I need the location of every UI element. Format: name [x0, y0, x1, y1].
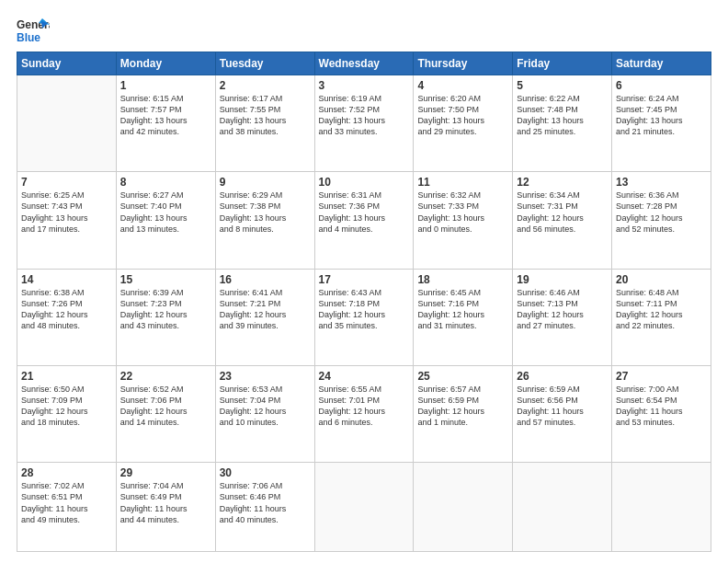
cell-info: Sunrise: 6:43 AM Sunset: 7:18 PM Dayligh…: [319, 287, 410, 332]
cell-info: Sunrise: 7:06 AM Sunset: 6:46 PM Dayligh…: [220, 480, 311, 525]
day-number: 2: [220, 79, 311, 92]
calendar-cell: [513, 463, 612, 552]
cell-info: Sunrise: 6:39 AM Sunset: 7:23 PM Dayligh…: [120, 287, 211, 332]
day-number: 10: [319, 176, 410, 189]
cell-info: Sunrise: 7:04 AM Sunset: 6:49 PM Dayligh…: [120, 480, 211, 525]
calendar-week-row: 14Sunrise: 6:38 AM Sunset: 7:26 PM Dayli…: [17, 269, 711, 365]
cell-info: Sunrise: 6:55 AM Sunset: 7:01 PM Dayligh…: [319, 384, 410, 429]
day-number: 26: [517, 370, 608, 383]
day-number: 28: [21, 466, 112, 479]
cell-info: Sunrise: 6:17 AM Sunset: 7:55 PM Dayligh…: [220, 93, 311, 138]
cell-info: Sunrise: 7:02 AM Sunset: 6:51 PM Dayligh…: [21, 480, 112, 525]
calendar-cell: 9Sunrise: 6:29 AM Sunset: 7:38 PM Daylig…: [215, 172, 314, 269]
cell-info: Sunrise: 6:27 AM Sunset: 7:40 PM Dayligh…: [120, 190, 211, 235]
cell-info: Sunrise: 6:46 AM Sunset: 7:13 PM Dayligh…: [517, 287, 608, 332]
calendar-cell: 26Sunrise: 6:59 AM Sunset: 6:56 PM Dayli…: [513, 365, 612, 462]
cell-info: Sunrise: 6:34 AM Sunset: 7:31 PM Dayligh…: [517, 190, 608, 235]
logo-icon: General Blue: [17, 17, 50, 44]
calendar-cell: 21Sunrise: 6:50 AM Sunset: 7:09 PM Dayli…: [17, 365, 117, 462]
cell-info: Sunrise: 6:57 AM Sunset: 6:59 PM Dayligh…: [417, 384, 508, 429]
calendar-cell: 25Sunrise: 6:57 AM Sunset: 6:59 PM Dayli…: [414, 365, 513, 462]
day-number: 11: [417, 176, 508, 189]
calendar-header-monday: Monday: [116, 52, 215, 75]
calendar-cell: 19Sunrise: 6:46 AM Sunset: 7:13 PM Dayli…: [513, 269, 612, 365]
calendar-cell: 16Sunrise: 6:41 AM Sunset: 7:21 PM Dayli…: [215, 269, 314, 365]
day-number: 27: [616, 370, 707, 383]
day-number: 22: [120, 370, 211, 383]
calendar-cell: 13Sunrise: 6:36 AM Sunset: 7:28 PM Dayli…: [612, 172, 711, 269]
calendar-table: SundayMondayTuesdayWednesdayThursdayFrid…: [17, 52, 711, 552]
calendar-cell: 3Sunrise: 6:19 AM Sunset: 7:52 PM Daylig…: [314, 75, 414, 172]
day-number: 7: [21, 176, 112, 189]
cell-info: Sunrise: 6:52 AM Sunset: 7:06 PM Dayligh…: [120, 384, 211, 429]
calendar-cell: 30Sunrise: 7:06 AM Sunset: 6:46 PM Dayli…: [215, 463, 314, 552]
header: General Blue: [17, 17, 711, 44]
calendar-cell: 7Sunrise: 6:25 AM Sunset: 7:43 PM Daylig…: [17, 172, 117, 269]
cell-info: Sunrise: 6:15 AM Sunset: 7:57 PM Dayligh…: [120, 93, 211, 138]
calendar-header-friday: Friday: [513, 52, 612, 75]
calendar-cell: [314, 463, 414, 552]
logo: General Blue: [17, 17, 50, 44]
calendar-week-row: 28Sunrise: 7:02 AM Sunset: 6:51 PM Dayli…: [17, 463, 711, 552]
calendar-cell: 5Sunrise: 6:22 AM Sunset: 7:48 PM Daylig…: [513, 75, 612, 172]
day-number: 24: [319, 370, 410, 383]
calendar-header-thursday: Thursday: [414, 52, 513, 75]
day-number: 5: [517, 79, 608, 92]
cell-info: Sunrise: 6:32 AM Sunset: 7:33 PM Dayligh…: [417, 190, 508, 235]
calendar-cell: 2Sunrise: 6:17 AM Sunset: 7:55 PM Daylig…: [215, 75, 314, 172]
cell-info: Sunrise: 6:29 AM Sunset: 7:38 PM Dayligh…: [220, 190, 311, 235]
calendar-cell: 15Sunrise: 6:39 AM Sunset: 7:23 PM Dayli…: [116, 269, 215, 365]
calendar-cell: 10Sunrise: 6:31 AM Sunset: 7:36 PM Dayli…: [314, 172, 414, 269]
calendar-cell: 17Sunrise: 6:43 AM Sunset: 7:18 PM Dayli…: [314, 269, 414, 365]
day-number: 13: [616, 176, 707, 189]
svg-text:Blue: Blue: [17, 31, 40, 44]
calendar-header-saturday: Saturday: [612, 52, 711, 75]
cell-info: Sunrise: 6:53 AM Sunset: 7:04 PM Dayligh…: [220, 384, 311, 429]
calendar-week-row: 7Sunrise: 6:25 AM Sunset: 7:43 PM Daylig…: [17, 172, 711, 269]
calendar-cell: 6Sunrise: 6:24 AM Sunset: 7:45 PM Daylig…: [612, 75, 711, 172]
day-number: 8: [120, 176, 211, 189]
calendar-cell: 4Sunrise: 6:20 AM Sunset: 7:50 PM Daylig…: [414, 75, 513, 172]
calendar-cell: 24Sunrise: 6:55 AM Sunset: 7:01 PM Dayli…: [314, 365, 414, 462]
calendar-cell: 20Sunrise: 6:48 AM Sunset: 7:11 PM Dayli…: [612, 269, 711, 365]
calendar-cell: 11Sunrise: 6:32 AM Sunset: 7:33 PM Dayli…: [414, 172, 513, 269]
cell-info: Sunrise: 6:38 AM Sunset: 7:26 PM Dayligh…: [21, 287, 112, 332]
calendar-week-row: 1Sunrise: 6:15 AM Sunset: 7:57 PM Daylig…: [17, 75, 711, 172]
day-number: 25: [417, 370, 508, 383]
cell-info: Sunrise: 6:24 AM Sunset: 7:45 PM Dayligh…: [616, 93, 707, 138]
day-number: 6: [616, 79, 707, 92]
day-number: 4: [417, 79, 508, 92]
cell-info: Sunrise: 6:41 AM Sunset: 7:21 PM Dayligh…: [220, 287, 311, 332]
day-number: 30: [220, 466, 311, 479]
cell-info: Sunrise: 6:25 AM Sunset: 7:43 PM Dayligh…: [21, 190, 112, 235]
calendar-cell: 23Sunrise: 6:53 AM Sunset: 7:04 PM Dayli…: [215, 365, 314, 462]
calendar-cell: 14Sunrise: 6:38 AM Sunset: 7:26 PM Dayli…: [17, 269, 117, 365]
calendar-cell: [17, 75, 117, 172]
calendar-header-sunday: Sunday: [17, 52, 117, 75]
calendar-week-row: 21Sunrise: 6:50 AM Sunset: 7:09 PM Dayli…: [17, 365, 711, 462]
cell-info: Sunrise: 6:22 AM Sunset: 7:48 PM Dayligh…: [517, 93, 608, 138]
day-number: 15: [120, 273, 211, 286]
cell-info: Sunrise: 7:00 AM Sunset: 6:54 PM Dayligh…: [616, 384, 707, 429]
calendar-header-row: SundayMondayTuesdayWednesdayThursdayFrid…: [17, 52, 711, 75]
calendar-cell: [414, 463, 513, 552]
day-number: 23: [220, 370, 311, 383]
cell-info: Sunrise: 6:19 AM Sunset: 7:52 PM Dayligh…: [319, 93, 410, 138]
calendar-cell: 8Sunrise: 6:27 AM Sunset: 7:40 PM Daylig…: [116, 172, 215, 269]
day-number: 12: [517, 176, 608, 189]
cell-info: Sunrise: 6:48 AM Sunset: 7:11 PM Dayligh…: [616, 287, 707, 332]
calendar-cell: 1Sunrise: 6:15 AM Sunset: 7:57 PM Daylig…: [116, 75, 215, 172]
calendar-cell: 28Sunrise: 7:02 AM Sunset: 6:51 PM Dayli…: [17, 463, 117, 552]
day-number: 16: [220, 273, 311, 286]
day-number: 20: [616, 273, 707, 286]
cell-info: Sunrise: 6:31 AM Sunset: 7:36 PM Dayligh…: [319, 190, 410, 235]
day-number: 19: [517, 273, 608, 286]
day-number: 17: [319, 273, 410, 286]
day-number: 18: [417, 273, 508, 286]
day-number: 1: [120, 79, 211, 92]
cell-info: Sunrise: 6:59 AM Sunset: 6:56 PM Dayligh…: [517, 384, 608, 429]
calendar-header-tuesday: Tuesday: [215, 52, 314, 75]
calendar-cell: 29Sunrise: 7:04 AM Sunset: 6:49 PM Dayli…: [116, 463, 215, 552]
cell-info: Sunrise: 6:20 AM Sunset: 7:50 PM Dayligh…: [417, 93, 508, 138]
calendar-cell: 27Sunrise: 7:00 AM Sunset: 6:54 PM Dayli…: [612, 365, 711, 462]
